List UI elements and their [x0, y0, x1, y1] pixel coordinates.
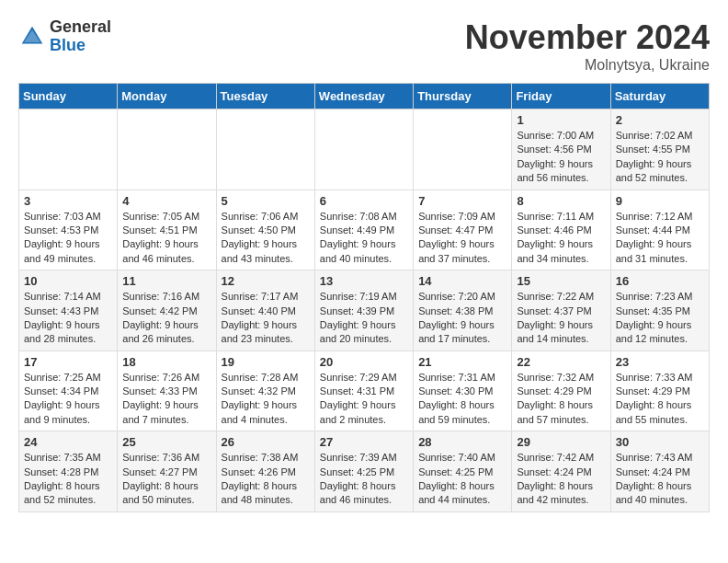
- header-saturday: Saturday: [610, 84, 709, 109]
- day-info: Sunrise: 7:26 AM Sunset: 4:33 PM Dayligh…: [122, 371, 210, 428]
- header-friday: Friday: [512, 84, 610, 109]
- day-cell: 19Sunrise: 7:28 AM Sunset: 4:32 PM Dayli…: [216, 350, 314, 431]
- title-block: November 2024 Molnytsya, Ukraine: [465, 18, 710, 74]
- day-cell: 5Sunrise: 7:06 AM Sunset: 4:50 PM Daylig…: [216, 190, 314, 270]
- day-number: 7: [418, 194, 506, 208]
- day-cell: 21Sunrise: 7:31 AM Sunset: 4:30 PM Dayli…: [414, 350, 512, 431]
- week-row-3: 17Sunrise: 7:25 AM Sunset: 4:34 PM Dayli…: [19, 350, 710, 431]
- day-info: Sunrise: 7:22 AM Sunset: 4:37 PM Dayligh…: [517, 290, 605, 347]
- day-info: Sunrise: 7:09 AM Sunset: 4:47 PM Dayligh…: [418, 210, 506, 267]
- day-info: Sunrise: 7:39 AM Sunset: 4:25 PM Dayligh…: [320, 451, 408, 508]
- day-info: Sunrise: 7:35 AM Sunset: 4:28 PM Dayligh…: [24, 451, 112, 508]
- day-number: 3: [24, 194, 112, 208]
- day-cell: [314, 109, 413, 190]
- day-cell: 30Sunrise: 7:43 AM Sunset: 4:24 PM Dayli…: [610, 431, 709, 512]
- logo: General Blue: [18, 18, 111, 55]
- day-cell: 2Sunrise: 7:02 AM Sunset: 4:55 PM Daylig…: [610, 109, 709, 190]
- day-info: Sunrise: 7:02 AM Sunset: 4:55 PM Dayligh…: [616, 129, 704, 186]
- calendar-body: 1Sunrise: 7:00 AM Sunset: 4:56 PM Daylig…: [19, 109, 710, 512]
- day-cell: 17Sunrise: 7:25 AM Sunset: 4:34 PM Dayli…: [19, 350, 118, 431]
- logo-blue: Blue: [50, 37, 111, 55]
- page-header: General Blue November 2024 Molnytsya, Uk…: [18, 18, 710, 74]
- day-info: Sunrise: 7:12 AM Sunset: 4:44 PM Dayligh…: [616, 210, 704, 267]
- day-info: Sunrise: 7:14 AM Sunset: 4:43 PM Dayligh…: [24, 290, 112, 347]
- day-info: Sunrise: 7:23 AM Sunset: 4:35 PM Dayligh…: [616, 290, 704, 347]
- day-number: 16: [616, 274, 704, 288]
- day-number: 22: [517, 355, 605, 369]
- logo-icon: [18, 23, 46, 51]
- week-row-4: 24Sunrise: 7:35 AM Sunset: 4:28 PM Dayli…: [19, 431, 710, 512]
- day-number: 1: [517, 113, 605, 127]
- day-cell: 1Sunrise: 7:00 AM Sunset: 4:56 PM Daylig…: [512, 109, 610, 190]
- day-cell: 11Sunrise: 7:16 AM Sunset: 4:42 PM Dayli…: [118, 270, 216, 351]
- header-row: SundayMondayTuesdayWednesdayThursdayFrid…: [19, 84, 710, 109]
- day-cell: 4Sunrise: 7:05 AM Sunset: 4:51 PM Daylig…: [118, 190, 216, 270]
- day-cell: 12Sunrise: 7:17 AM Sunset: 4:40 PM Dayli…: [216, 270, 314, 351]
- day-number: 27: [320, 435, 408, 449]
- day-number: 9: [616, 194, 704, 208]
- day-cell: 27Sunrise: 7:39 AM Sunset: 4:25 PM Dayli…: [314, 431, 413, 512]
- day-info: Sunrise: 7:36 AM Sunset: 4:27 PM Dayligh…: [122, 451, 210, 508]
- day-cell: 26Sunrise: 7:38 AM Sunset: 4:26 PM Dayli…: [216, 431, 314, 512]
- day-info: Sunrise: 7:31 AM Sunset: 4:30 PM Dayligh…: [418, 371, 506, 428]
- day-number: 26: [222, 435, 310, 449]
- calendar-header: SundayMondayTuesdayWednesdayThursdayFrid…: [19, 84, 710, 109]
- day-info: Sunrise: 7:25 AM Sunset: 4:34 PM Dayligh…: [24, 371, 112, 428]
- day-number: 14: [418, 274, 506, 288]
- header-sunday: Sunday: [19, 84, 118, 109]
- day-cell: 23Sunrise: 7:33 AM Sunset: 4:29 PM Dayli…: [610, 350, 709, 431]
- header-tuesday: Tuesday: [216, 84, 314, 109]
- day-info: Sunrise: 7:40 AM Sunset: 4:25 PM Dayligh…: [418, 451, 506, 508]
- logo-general: General: [50, 18, 111, 37]
- day-cell: 29Sunrise: 7:42 AM Sunset: 4:24 PM Dayli…: [512, 431, 610, 512]
- day-cell: 9Sunrise: 7:12 AM Sunset: 4:44 PM Daylig…: [610, 190, 709, 270]
- day-number: 23: [616, 355, 704, 369]
- day-number: 20: [320, 355, 408, 369]
- day-cell: [118, 109, 216, 190]
- day-number: 2: [616, 113, 704, 127]
- day-number: 15: [517, 274, 605, 288]
- day-cell: 7Sunrise: 7:09 AM Sunset: 4:47 PM Daylig…: [414, 190, 512, 270]
- day-info: Sunrise: 7:28 AM Sunset: 4:32 PM Dayligh…: [222, 371, 310, 428]
- logo-text: General Blue: [50, 18, 111, 55]
- day-info: Sunrise: 7:43 AM Sunset: 4:24 PM Dayligh…: [616, 451, 704, 508]
- day-cell: 18Sunrise: 7:26 AM Sunset: 4:33 PM Dayli…: [118, 350, 216, 431]
- day-info: Sunrise: 7:00 AM Sunset: 4:56 PM Dayligh…: [517, 129, 605, 186]
- day-info: Sunrise: 7:42 AM Sunset: 4:24 PM Dayligh…: [517, 451, 605, 508]
- day-number: 17: [24, 355, 112, 369]
- day-info: Sunrise: 7:06 AM Sunset: 4:50 PM Dayligh…: [222, 210, 310, 267]
- day-info: Sunrise: 7:38 AM Sunset: 4:26 PM Dayligh…: [222, 451, 310, 508]
- day-number: 13: [320, 274, 408, 288]
- day-cell: [216, 109, 314, 190]
- day-number: 25: [122, 435, 210, 449]
- day-cell: 15Sunrise: 7:22 AM Sunset: 4:37 PM Dayli…: [512, 270, 610, 351]
- day-cell: 14Sunrise: 7:20 AM Sunset: 4:38 PM Dayli…: [414, 270, 512, 351]
- day-cell: [19, 109, 118, 190]
- day-number: 24: [24, 435, 112, 449]
- day-number: 29: [517, 435, 605, 449]
- week-row-1: 3Sunrise: 7:03 AM Sunset: 4:53 PM Daylig…: [19, 190, 710, 270]
- day-cell: 13Sunrise: 7:19 AM Sunset: 4:39 PM Dayli…: [314, 270, 413, 351]
- header-thursday: Thursday: [414, 84, 512, 109]
- calendar-table: SundayMondayTuesdayWednesdayThursdayFrid…: [18, 83, 710, 512]
- day-cell: 16Sunrise: 7:23 AM Sunset: 4:35 PM Dayli…: [610, 270, 709, 351]
- day-cell: 25Sunrise: 7:36 AM Sunset: 4:27 PM Dayli…: [118, 431, 216, 512]
- day-info: Sunrise: 7:17 AM Sunset: 4:40 PM Dayligh…: [222, 290, 310, 347]
- day-info: Sunrise: 7:11 AM Sunset: 4:46 PM Dayligh…: [517, 210, 605, 267]
- day-cell: 6Sunrise: 7:08 AM Sunset: 4:49 PM Daylig…: [314, 190, 413, 270]
- day-info: Sunrise: 7:08 AM Sunset: 4:49 PM Dayligh…: [320, 210, 408, 267]
- day-number: 28: [418, 435, 506, 449]
- header-monday: Monday: [118, 84, 216, 109]
- day-number: 30: [616, 435, 704, 449]
- month-title: November 2024: [465, 18, 710, 57]
- day-info: Sunrise: 7:03 AM Sunset: 4:53 PM Dayligh…: [24, 210, 112, 267]
- day-number: 11: [122, 274, 210, 288]
- day-number: 8: [517, 194, 605, 208]
- day-info: Sunrise: 7:33 AM Sunset: 4:29 PM Dayligh…: [616, 371, 704, 428]
- day-info: Sunrise: 7:16 AM Sunset: 4:42 PM Dayligh…: [122, 290, 210, 347]
- day-number: 5: [222, 194, 310, 208]
- day-cell: [414, 109, 512, 190]
- day-info: Sunrise: 7:05 AM Sunset: 4:51 PM Dayligh…: [122, 210, 210, 267]
- day-number: 21: [418, 355, 506, 369]
- week-row-2: 10Sunrise: 7:14 AM Sunset: 4:43 PM Dayli…: [19, 270, 710, 351]
